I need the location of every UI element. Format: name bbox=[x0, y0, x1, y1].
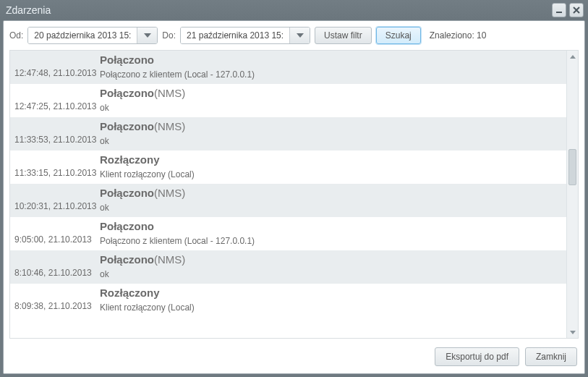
event-title-text: Połączono bbox=[100, 87, 154, 99]
event-body: RozłączonyKlient rozłączony (Local) bbox=[100, 153, 562, 179]
to-datetime-field[interactable] bbox=[180, 27, 310, 44]
event-title: Połączono(NMS) bbox=[100, 187, 562, 200]
event-body: Połączono(NMS)ok bbox=[100, 187, 562, 213]
from-dropdown-button[interactable] bbox=[137, 27, 157, 43]
from-label: Od: bbox=[9, 30, 23, 41]
event-title-text: Połączono bbox=[100, 120, 154, 132]
event-timestamp: 8:10:46, 21.10.2013 bbox=[14, 268, 100, 279]
scroll-down-button[interactable] bbox=[567, 326, 579, 338]
event-row[interactable]: 8:10:46, 21.10.2013Połączono(NMS)ok bbox=[10, 250, 566, 284]
event-body: Połączono(NMS)ok bbox=[100, 253, 562, 279]
filter-bar: Od: Do: Ustaw filtr Szukaj Znaleziono: 1… bbox=[4, 21, 584, 48]
event-title-text: Połączono bbox=[100, 253, 154, 266]
event-title-text: Połączono bbox=[100, 54, 154, 66]
event-title: Połączono(NMS) bbox=[100, 120, 562, 133]
event-title-suffix: (NMS) bbox=[154, 120, 185, 132]
chevron-down-icon bbox=[570, 331, 576, 334]
event-title-suffix: (NMS) bbox=[154, 87, 185, 99]
event-timestamp: 12:47:25, 21.10.2013 bbox=[14, 101, 100, 113]
close-icon bbox=[573, 7, 580, 14]
close-dialog-button[interactable]: Zamknij bbox=[525, 347, 577, 366]
event-description: Klient rozłączony (Local) bbox=[100, 169, 562, 179]
chevron-up-icon bbox=[570, 55, 576, 59]
event-title: Rozłączony bbox=[100, 153, 562, 166]
from-datetime-field[interactable] bbox=[27, 27, 158, 44]
scroll-thumb[interactable] bbox=[568, 149, 576, 185]
event-title-suffix: (NMS) bbox=[154, 187, 185, 199]
export-pdf-button[interactable]: Eksportuj do pdf bbox=[435, 347, 519, 366]
event-title-suffix: (NMS) bbox=[154, 253, 185, 266]
scroll-track[interactable] bbox=[567, 62, 578, 326]
event-title-text: Rozłączony bbox=[100, 287, 160, 299]
event-row[interactable]: 12:47:48, 21.10.2013PołączonoPołączono z… bbox=[10, 51, 566, 84]
vertical-scrollbar[interactable] bbox=[566, 51, 578, 338]
event-row[interactable]: 9:05:00, 21.10.2013PołączonoPołączono z … bbox=[10, 217, 566, 250]
search-button[interactable]: Szukaj bbox=[376, 27, 421, 44]
to-datetime-input[interactable] bbox=[181, 27, 289, 43]
from-datetime-input[interactable] bbox=[28, 27, 137, 43]
event-title: Połączono(NMS) bbox=[100, 253, 562, 266]
event-title-text: Połączono bbox=[100, 220, 154, 232]
dialog-footer: Eksportuj do pdf Zamknij bbox=[4, 340, 584, 373]
event-row[interactable]: 12:47:25, 21.10.2013Połączono(NMS)ok bbox=[10, 84, 566, 117]
event-body: PołączonoPołączono z klientem (Local - 1… bbox=[100, 54, 562, 80]
events-list: 12:47:48, 21.10.2013PołączonoPołączono z… bbox=[9, 50, 579, 339]
event-row[interactable]: 11:33:53, 21.10.2013Połączono(NMS)ok bbox=[10, 117, 566, 151]
event-timestamp: 8:09:38, 21.10.2013 bbox=[14, 301, 100, 313]
set-filter-button[interactable]: Ustaw filtr bbox=[315, 27, 372, 44]
scroll-up-button[interactable] bbox=[567, 51, 579, 62]
event-timestamp: 10:20:31, 21.10.2013 bbox=[14, 201, 100, 213]
event-timestamp: 9:05:00, 21.10.2013 bbox=[14, 234, 100, 246]
event-description: Klient rozłączony (Local) bbox=[100, 302, 562, 313]
event-row[interactable]: 8:09:38, 21.10.2013RozłączonyKlient rozł… bbox=[10, 284, 566, 317]
to-label: Do: bbox=[162, 30, 176, 41]
event-body: PołączonoPołączono z klientem (Local - 1… bbox=[100, 220, 562, 246]
event-description: ok bbox=[100, 269, 562, 279]
event-row[interactable]: 10:20:31, 21.10.2013Połączono(NMS)ok bbox=[10, 184, 566, 217]
dialog-window: Zdarzenia Od: Do: Ustaw filtr bbox=[0, 0, 588, 377]
svg-rect-0 bbox=[556, 12, 562, 13]
titlebar: Zdarzenia bbox=[0, 0, 588, 20]
event-description: Połączono z klientem (Local - 127.0.0.1) bbox=[100, 236, 562, 246]
event-description: ok bbox=[100, 203, 562, 213]
minimize-icon bbox=[555, 7, 563, 14]
close-button[interactable] bbox=[569, 3, 584, 17]
event-timestamp: 11:33:53, 21.10.2013 bbox=[14, 135, 100, 146]
event-title: Połączono bbox=[100, 54, 562, 67]
event-description: Połączono z klientem (Local - 127.0.0.1) bbox=[100, 69, 562, 80]
event-body: Połączono(NMS)ok bbox=[100, 87, 562, 113]
content-area: Od: Do: Ustaw filtr Szukaj Znaleziono: 1… bbox=[3, 20, 585, 374]
to-dropdown-button[interactable] bbox=[289, 27, 310, 43]
minimize-button[interactable] bbox=[552, 3, 566, 17]
event-title: Połączono bbox=[100, 220, 562, 233]
result-count: Znaleziono: 10 bbox=[430, 30, 487, 41]
event-description: ok bbox=[100, 103, 562, 113]
event-body: Połączono(NMS)ok bbox=[100, 120, 562, 146]
event-title: Rozłączony bbox=[100, 287, 562, 300]
event-title-text: Rozłączony bbox=[100, 153, 160, 166]
event-row[interactable]: 11:33:15, 21.10.2013RozłączonyKlient roz… bbox=[10, 151, 566, 184]
chevron-down-icon bbox=[144, 33, 151, 38]
event-timestamp: 12:47:48, 21.10.2013 bbox=[14, 68, 100, 80]
chevron-down-icon bbox=[297, 33, 304, 38]
event-timestamp: 11:33:15, 21.10.2013 bbox=[14, 168, 100, 179]
event-body: RozłączonyKlient rozłączony (Local) bbox=[100, 287, 562, 313]
event-title: Połączono(NMS) bbox=[100, 87, 562, 100]
window-title: Zdarzenia bbox=[6, 4, 549, 16]
event-description: ok bbox=[100, 136, 562, 146]
event-title-text: Połączono bbox=[100, 187, 154, 199]
events-scroll-area: 12:47:48, 21.10.2013PołączonoPołączono z… bbox=[10, 51, 566, 338]
